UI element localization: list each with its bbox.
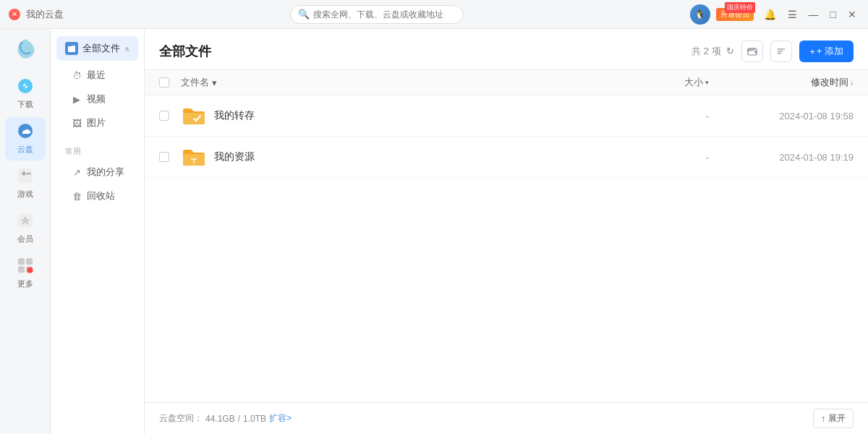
svg-rect-10: [18, 258, 25, 265]
column-size[interactable]: 大小 ▾: [622, 76, 709, 89]
window-controls: 🔔 ☰ — □ ✕: [761, 7, 859, 22]
file-time-resources: 2024-01-08 19:19: [709, 152, 854, 163]
folder-new-button[interactable]: [741, 41, 763, 62]
bottom-bar: 云盘空间： 44.1GB / 1.0TB 扩容> ↑ 展开: [145, 402, 868, 434]
file-name-resources: 我的资源: [214, 150, 622, 163]
member-icon: [17, 213, 33, 232]
nav-common-group-label: 常用: [51, 143, 144, 160]
titlebar-right: 🐧 开通会员 国庆特价 🔔 ☰ — □ ✕: [690, 4, 859, 25]
titlebar-left: ✕ 我的云盘: [9, 8, 64, 21]
file-count: 共 2 项 ↻: [692, 45, 734, 58]
row-checkbox-1[interactable]: [159, 111, 181, 121]
add-button[interactable]: + + 添加: [799, 41, 854, 62]
image-icon: 🖼: [71, 118, 82, 129]
storage-separator: /: [238, 414, 240, 424]
expand-button[interactable]: ↑ 展开: [813, 409, 854, 428]
download-icon: [17, 78, 33, 98]
svg-rect-5: [21, 173, 26, 174]
nav-image-label: 图片: [87, 116, 106, 129]
file-table: 文件名 ▾ 大小 ▾ 修改时间 ↓: [145, 70, 868, 402]
search-bar[interactable]: 🔍: [290, 5, 464, 24]
notification-button[interactable]: 🔔: [761, 7, 779, 22]
table-row[interactable]: 我的资源 - 2024-01-08 19:19: [145, 137, 868, 178]
storage-info: 云盘空间： 44.1GB / 1.0TB 扩容>: [159, 412, 292, 425]
games-icon: [17, 168, 33, 187]
nav-item-trash[interactable]: 🗑 回收站: [56, 184, 138, 208]
sidebar-item-member[interactable]: 会员: [5, 207, 46, 250]
share-icon: ↗: [71, 167, 82, 178]
svg-point-14: [27, 268, 33, 273]
content-header: 全部文件 共 2 项 ↻ + + 添加: [145, 29, 868, 70]
sort-time-icon: ↓: [851, 79, 854, 86]
page-title: 全部文件: [159, 43, 211, 60]
storage-expand-link[interactable]: 扩容>: [269, 412, 292, 425]
titlebar-title: 我的云盘: [26, 8, 64, 21]
vip-promo-tag: 国庆特价: [725, 2, 755, 13]
nav-trash-label: 回收站: [87, 190, 115, 203]
nav-recent-label: 最近: [87, 69, 106, 82]
nav-item-video[interactable]: ▶ 视频: [56, 88, 138, 111]
trash-icon: 🗑: [71, 191, 82, 202]
table-header: 文件名 ▾ 大小 ▾ 修改时间 ↓: [145, 70, 868, 95]
menu-button[interactable]: ☰: [785, 7, 800, 22]
sidebar-item-cloud[interactable]: 云盘: [5, 117, 46, 161]
cloud-icon: [17, 123, 33, 142]
minimize-button[interactable]: —: [806, 7, 822, 22]
add-icon: +: [809, 46, 815, 57]
sort-button[interactable]: [770, 41, 792, 62]
folder-icon-transfer: [181, 103, 207, 129]
folder-icon-resources: [181, 144, 207, 170]
sidebar-more-label: 更多: [17, 278, 33, 289]
svg-point-6: [26, 173, 28, 175]
close-circle-button[interactable]: ✕: [9, 9, 20, 20]
column-time[interactable]: 修改时间 ↓: [709, 76, 854, 89]
svg-point-7: [28, 173, 30, 175]
row-checkbox-2[interactable]: [159, 152, 181, 162]
titlebar: ✕ 我的云盘 🔍 🐧 开通会员 国庆特价 🔔 ☰ — □ ✕: [0, 0, 868, 29]
search-input[interactable]: [313, 9, 456, 20]
video-icon: ▶: [71, 94, 82, 105]
file-time-transfer: 2024-01-08 19:58: [709, 111, 854, 122]
expand-arrow-icon: ↑: [821, 414, 825, 424]
refresh-icon[interactable]: ↻: [726, 46, 734, 56]
table-row[interactable]: 我的转存 - 2024-01-08 19:58: [145, 95, 868, 137]
file-size-resources: -: [622, 152, 709, 163]
main-content: 全部文件 共 2 项 ↻ + + 添加: [145, 29, 868, 434]
nav-item-share[interactable]: ↗ 我的分享: [56, 161, 138, 184]
nav-all-files-label: 全部文件: [82, 42, 124, 55]
vip-button-wrapper[interactable]: 开通会员 国庆特价: [716, 8, 754, 21]
header-actions: 共 2 项 ↻ + + 添加: [692, 41, 854, 62]
nav-common-group: 常用 ↗ 我的分享 🗑 回收站: [51, 143, 144, 208]
sidebar: 下载 云盘 游戏 会员: [0, 29, 51, 434]
nav-chevron-icon: ∧: [124, 45, 129, 53]
svg-rect-3: [18, 169, 33, 183]
nav-share-label: 我的分享: [87, 166, 124, 179]
nav-item-recent[interactable]: ⏱ 最近: [56, 64, 138, 87]
nav-all-files[interactable]: 全部文件 ∧: [56, 36, 138, 61]
close-button[interactable]: ✕: [845, 7, 859, 22]
sidebar-download-label: 下载: [17, 99, 33, 110]
column-name[interactable]: 文件名 ▾: [181, 76, 622, 89]
storage-total: 1.0TB: [243, 414, 266, 424]
header-checkbox[interactable]: [159, 77, 181, 88]
file-name-transfer: 我的转存: [214, 109, 622, 122]
all-files-icon: [65, 42, 78, 55]
maximize-button[interactable]: □: [827, 7, 839, 22]
avatar: 🐧: [690, 4, 710, 25]
sidebar-member-label: 会员: [17, 234, 33, 244]
checkbox-all[interactable]: [159, 77, 169, 88]
storage-used: 44.1GB: [205, 414, 235, 424]
file-size-transfer: -: [622, 111, 709, 122]
more-icon: [17, 258, 33, 277]
sidebar-item-games[interactable]: 游戏: [5, 162, 46, 205]
nav-item-image[interactable]: 🖼 图片: [56, 111, 138, 135]
sidebar-item-download[interactable]: 下载: [5, 72, 46, 116]
recent-icon: ⏱: [71, 70, 82, 81]
sidebar-item-more[interactable]: 更多: [5, 252, 46, 295]
sort-name-icon: ▾: [212, 77, 217, 88]
app-logo: [12, 36, 38, 65]
svg-rect-11: [26, 258, 33, 265]
sidebar-cloud-label: 云盘: [17, 144, 33, 155]
search-icon: 🔍: [298, 9, 310, 20]
svg-rect-12: [18, 266, 25, 273]
